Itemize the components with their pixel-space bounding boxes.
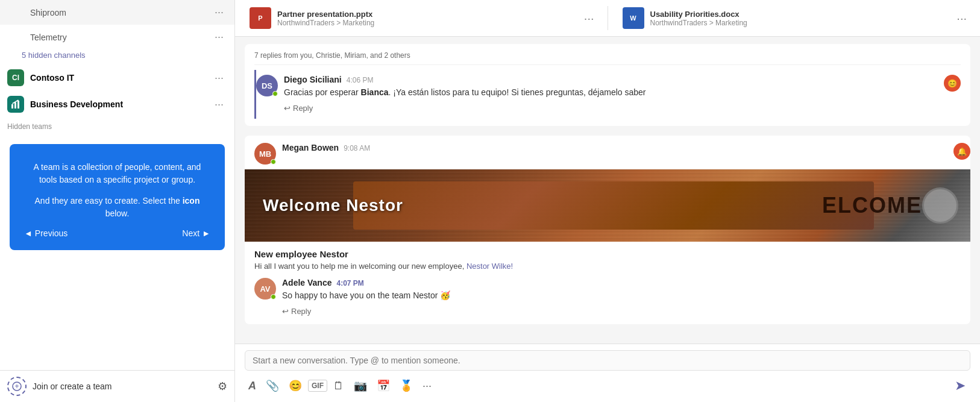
- praise-button[interactable]: 🏅: [396, 377, 416, 395]
- sender-name-adele: Adele Vance: [282, 278, 332, 287]
- main-content: P Partner presentation.pptx NorthwindTra…: [235, 0, 980, 402]
- msg-time-diego: 4:06 PM: [347, 76, 374, 84]
- compose-input[interactable]: [245, 350, 970, 371]
- next-arrow-icon: ►: [202, 228, 210, 238]
- welcome-banner: Welcome Nestor ELCOME: [245, 169, 970, 242]
- file-path-doc: NorthwindTraders > Marketing: [650, 19, 747, 27]
- file-item-ppt[interactable]: P Partner presentation.pptx NorthwindTra…: [245, 4, 571, 33]
- file-path-ppt: NorthwindTraders > Marketing: [277, 19, 374, 27]
- schedule-button[interactable]: 📅: [373, 377, 394, 395]
- online-indicator-adele: [271, 294, 276, 300]
- thread-inner-1: DS Diego Siciliani 4:06 PM Gracias por e…: [254, 70, 961, 119]
- svg-text:+: +: [14, 382, 19, 391]
- replies-summary: 7 replies from you, Christie, Miriam, an…: [254, 51, 961, 65]
- gif-button[interactable]: GIF: [308, 380, 327, 392]
- file-item-doc[interactable]: W Usability Priorities.docx NorthwindTra…: [618, 4, 944, 33]
- msg-text-diego: Gracias por esperar Bianca. ¡Ya están li…: [284, 86, 961, 99]
- msg-time-megan: 9:08 AM: [344, 144, 370, 152]
- team-name-shiproom: Shiproom: [30, 8, 211, 17]
- callout-navigation: ◄ Previous Next ►: [24, 228, 210, 238]
- team-more-telemetry[interactable]: ···: [211, 30, 227, 45]
- sidebar-item-telemetry[interactable]: Telemetry ···: [0, 25, 234, 49]
- sidebar-item-business-dev[interactable]: Business Development ···: [0, 91, 234, 118]
- reply-button-1[interactable]: ↩ Reply: [284, 102, 313, 114]
- message-header-adele: Adele Vance 4:07 PM: [282, 278, 961, 287]
- file-name-doc: Usability Priorities.docx: [650, 10, 747, 19]
- send-button[interactable]: ➤: [950, 375, 970, 396]
- team-more-contoso-it[interactable]: ···: [211, 71, 227, 86]
- hidden-channels-link[interactable]: 5 hidden channels: [0, 49, 234, 64]
- file-more-ppt[interactable]: ···: [580, 11, 598, 25]
- msg-time-adele: 4:07 PM: [337, 279, 364, 287]
- svg-rect-2: [17, 101, 19, 108]
- card-title: New employee Nestor: [254, 249, 961, 259]
- emoji-button[interactable]: 😊: [285, 377, 306, 395]
- sidebar-item-contoso-it[interactable]: CI Contoso IT ···: [0, 64, 234, 91]
- message-row-diego: DS Diego Siciliani 4:06 PM Gracias por e…: [256, 75, 961, 114]
- message-thread-1: 7 replies from you, Christie, Miriam, an…: [245, 44, 970, 126]
- message-row-adele: AV Adele Vance 4:07 PM So happy to have …: [254, 278, 961, 317]
- avatar-diego: DS: [256, 75, 278, 96]
- sticker-button[interactable]: 🗒: [330, 377, 348, 395]
- reply-button-2[interactable]: ↩ Reply: [282, 306, 311, 317]
- welcome-banner-text: Welcome Nestor: [263, 196, 403, 215]
- meet-button[interactable]: 📷: [350, 377, 371, 395]
- avatar-megan: MB: [254, 143, 276, 165]
- sidebar-bottom-bar: + Join or create a team ⚙: [0, 370, 234, 402]
- team-name-contoso-it: Contoso IT: [30, 73, 211, 83]
- sidebar-item-shiproom[interactable]: Shiproom ···: [0, 0, 234, 25]
- message-body-diego: Diego Siciliani 4:06 PM Gracias por espe…: [284, 75, 961, 114]
- nestor-link[interactable]: Nestor Wilke!: [466, 262, 513, 271]
- hidden-teams-label: Hidden teams: [0, 118, 234, 133]
- file-bar: P Partner presentation.pptx NorthwindTra…: [235, 0, 980, 37]
- more-tools-button[interactable]: ···: [419, 377, 435, 395]
- doc-icon: W: [623, 7, 644, 29]
- welcome-banner-right: ELCOME: [822, 193, 922, 218]
- callout-prev-button[interactable]: ◄ Previous: [24, 228, 68, 238]
- banner-decoration: [922, 187, 958, 224]
- compose-toolbar: A 📎 😊 GIF 🗒 📷 📅 🏅 ··· ➤: [245, 375, 970, 396]
- sender-name-diego: Diego Siciliani: [284, 75, 342, 84]
- file-info-ppt: Partner presentation.pptx NorthwindTrade…: [277, 10, 374, 27]
- message-body-adele: Adele Vance 4:07 PM So happy to have you…: [282, 278, 961, 317]
- welcome-card-body: New employee Nestor Hi all I want you to…: [245, 242, 970, 324]
- message-header-megan: Megan Bowen 9:08 AM: [282, 143, 961, 152]
- callout-box: A team is a collection of people, conten…: [10, 144, 225, 250]
- card-desc: Hi all I want you to help me in welcomin…: [254, 262, 961, 271]
- attach-button[interactable]: 📎: [262, 377, 283, 395]
- callout-text-1: A team is a collection of people, conten…: [24, 161, 210, 186]
- file-divider: [608, 6, 608, 30]
- message-thread-2: MB Megan Bowen 9:08 AM 🔔: [245, 136, 970, 324]
- team-icon-business-dev: [7, 96, 24, 113]
- settings-button[interactable]: ⚙: [218, 380, 227, 393]
- file-more-doc[interactable]: ···: [953, 11, 970, 25]
- message-header-megan-body: Megan Bowen 9:08 AM: [282, 143, 961, 154]
- online-indicator-megan: [271, 159, 276, 165]
- avatar-adele: AV: [254, 278, 276, 300]
- prev-arrow-icon: ◄: [24, 228, 33, 238]
- compose-bar: A 📎 😊 GIF 🗒 📷 📅 🏅 ··· ➤: [235, 344, 980, 402]
- team-icon-contoso-it: CI: [7, 69, 24, 86]
- reaction-avatar-2[interactable]: 🔔: [953, 143, 970, 160]
- callout-text-2: And they are easy to create. Select the …: [24, 195, 210, 220]
- join-create-team-label[interactable]: Join or create a team: [33, 382, 212, 391]
- team-name-telemetry: Telemetry: [30, 33, 211, 42]
- callout-next-button[interactable]: Next ►: [182, 228, 210, 238]
- reply-arrow-icon-2: ↩: [282, 307, 289, 316]
- svg-rect-0: [11, 104, 13, 108]
- chat-area: 7 replies from you, Christie, Miriam, an…: [235, 37, 980, 344]
- team-more-business-dev[interactable]: ···: [211, 97, 227, 112]
- online-indicator-diego: [272, 91, 278, 96]
- file-info-doc: Usability Priorities.docx NorthwindTrade…: [650, 10, 747, 27]
- msg-text-adele: So happy to have you on the team Nestor …: [282, 289, 961, 302]
- format-button[interactable]: A: [245, 377, 260, 395]
- message-header-diego: Diego Siciliani 4:06 PM: [284, 75, 961, 84]
- team-name-business-dev: Business Development: [30, 99, 211, 109]
- sender-name-megan: Megan Bowen: [282, 143, 339, 152]
- message-row-megan: MB Megan Bowen 9:08 AM 🔔: [245, 136, 970, 169]
- ppt-icon: P: [250, 7, 271, 29]
- sidebar: Shiproom ··· Telemetry ··· 5 hidden chan…: [0, 0, 235, 402]
- reaction-avatar-1[interactable]: 😊: [944, 75, 961, 92]
- team-more-shiproom[interactable]: ···: [211, 5, 227, 20]
- join-icon: +: [7, 377, 27, 396]
